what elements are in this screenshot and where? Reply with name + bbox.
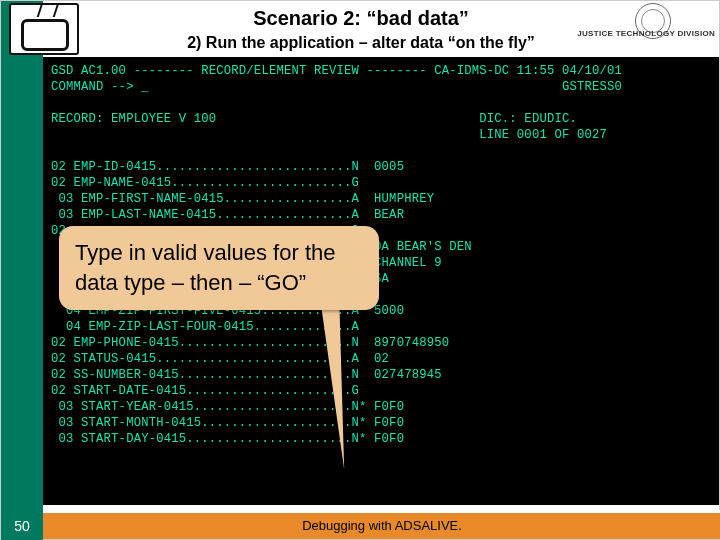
terminal-line	[51, 143, 711, 159]
slide: Scenario 2: “bad data” 2) Run the applic…	[0, 0, 720, 540]
terminal-line: 04 EMP-ZIP-LAST-FOUR-0415.............A	[51, 319, 711, 335]
terminal-line: 03 START-YEAR-0415.....................N…	[51, 399, 711, 415]
terminal-line: 02 SS-NUMBER-0415.......................…	[51, 367, 711, 383]
terminal-line: 02 STATUS-0415..........................…	[51, 351, 711, 367]
callout-text: Type in valid values for the data type –…	[75, 240, 335, 295]
terminal-line: 02 EMP-NAME-0415........................…	[51, 175, 711, 191]
terminal-line	[51, 95, 711, 111]
callout-bubble: Type in valid values for the data type –…	[59, 226, 379, 310]
terminal-line: 03 START-DAY-0415......................N…	[51, 431, 711, 447]
terminal-line: RECORD: EMPLOYEE V 100 DIC.: EDUDIC.	[51, 111, 711, 127]
terminal-line: LINE 0001 OF 0027	[51, 127, 711, 143]
terminal-line: COMMAND --> _ GSTRESS0	[51, 79, 711, 95]
terminal-line: 03 EMP-FIRST-NAME-0415.................A…	[51, 191, 711, 207]
terminal-line: 02 START-DATE-0415......................…	[51, 383, 711, 399]
terminal-line: 02 EMP-PHONE-0415.......................…	[51, 335, 711, 351]
header: Scenario 2: “bad data” 2) Run the applic…	[1, 1, 720, 52]
page-number: 50	[1, 513, 43, 539]
left-strip	[1, 1, 43, 540]
terminal-line: 02 EMP-ID-0415..........................…	[51, 159, 711, 175]
footer-caption: Debugging with ADSALIVE.	[43, 513, 720, 539]
department-label: JUSTICE TECHNOLOGY DIVISION	[577, 29, 715, 38]
footer: Debugging with ADSALIVE. 50	[1, 503, 720, 539]
terminal-line: 03 START-MONTH-0415....................N…	[51, 415, 711, 431]
slide-title: Scenario 2: “bad data”	[1, 7, 720, 30]
terminal-line: GSD AC1.00 -------- RECORD/ELEMENT REVIE…	[51, 63, 711, 79]
terminal-line: 03 EMP-LAST-NAME-0415..................A…	[51, 207, 711, 223]
